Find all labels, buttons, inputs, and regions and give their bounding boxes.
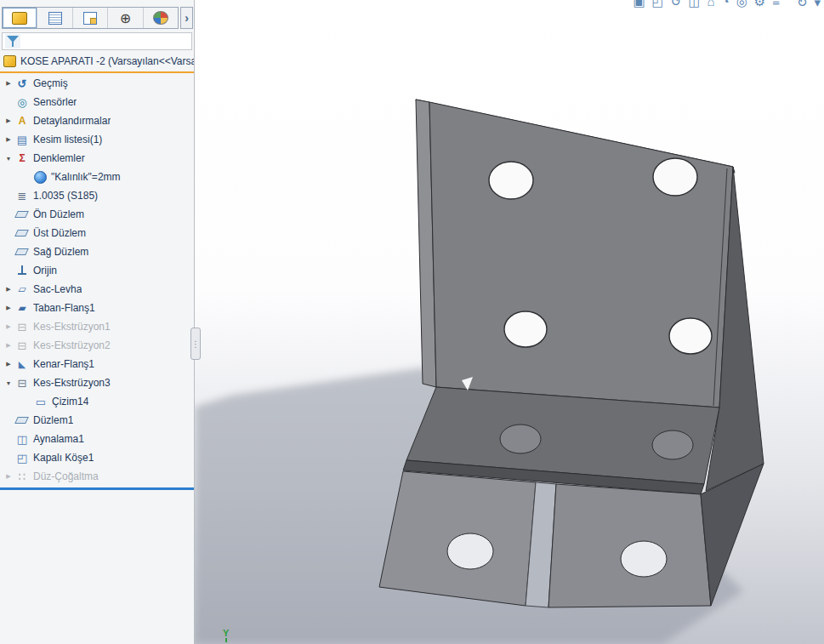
view-toolbar: ▣◰↺◫⌂◔◎⚙≡ [633,0,780,9]
closedcorner-icon [15,451,29,464]
sketch-icon [34,395,48,408]
tree-item-9[interactable]: Sağ Düzlem [0,242,194,261]
history-icon [15,77,29,90]
refresh-icon[interactable]: ↻ [797,0,808,10]
section-view-icon[interactable]: ◫ [688,0,700,9]
filter-bar [2,32,192,50]
tree-item-0[interactable]: ▶Geçmiş [0,74,194,93]
cutextrude-icon [15,320,29,333]
zoom-fit-icon[interactable]: ▣ [633,0,645,9]
tree-item-label: Ön Düzlem [33,208,84,220]
hole [652,430,693,459]
feature-manager-panel: KOSE APARATI -2 (Varsayılan<<Varsa ▶Geçm… [0,0,195,644]
view-settings-icon[interactable]: ≡ [772,0,780,9]
expand-arrow[interactable]: ▶ [2,305,15,311]
expand-arrow[interactable]: ▶ [2,117,15,124]
panel-splitter-handle[interactable] [190,328,201,360]
plane-icon [15,208,29,221]
expand-arrow[interactable]: ▶ [2,342,15,349]
sensors-icon [15,95,29,109]
expand-arrow[interactable]: ▼ [2,380,15,386]
tree-item-label: Sac-Levha [33,283,82,295]
hole [504,311,547,347]
display-style-icon[interactable]: ◔ [722,0,730,9]
part-name: KOSE APARATI -2 (Varsayılan<<Varsa [20,55,194,67]
tree-item-8[interactable]: Üst Düzlem [0,224,194,242]
tree-item-19[interactable]: Aynalama1 [0,430,194,448]
tree-item-4[interactable]: ▼Denklemler [0,149,194,168]
tree-item-label: Düz-Çoğaltma [33,470,99,482]
collapse-icon[interactable]: ▾ [814,0,821,10]
tree-item-label: Aynalama1 [33,433,84,445]
tree-item-20[interactable]: Kapalı Köşe1 [0,448,194,467]
tree-root-item[interactable]: KOSE APARATI -2 (Varsayılan<<Varsa [0,53,194,70]
tree-item-14[interactable]: ▶Kes-Ekstrüzyon2 [0,336,194,355]
expand-arrow[interactable]: ▶ [2,323,15,330]
tree-item-2[interactable]: ▶Detaylandırmalar [0,111,194,130]
tree-item-11[interactable]: ▶Sac-Levha [0,280,194,299]
tree-item-13[interactable]: ▶Kes-Ekstrüzyon1 [0,317,194,336]
tree-item-21[interactable]: ▶Düz-Çoğaltma [0,467,194,486]
tree-item-label: Kapalı Köşe1 [33,452,94,464]
edit-appearance-icon[interactable]: ⚙ [754,0,765,9]
tree-item-label: Kes-Ekstrüzyon3 [33,377,111,389]
plane-icon [15,245,29,259]
tree-item-15[interactable]: ▶Kenar-Flanş1 [0,355,194,373]
tree-item-label: 1.0035 (S185) [33,190,98,202]
expand-arrow[interactable]: ▼ [2,156,15,162]
annotations-icon [15,114,29,128]
featuremanager-tab-icon [12,12,27,25]
globe-icon [34,171,47,184]
expand-arrow[interactable]: ▶ [2,361,15,368]
tree-item-5[interactable]: "Kalınlık"=2mm [0,168,194,186]
expand-arrow[interactable]: ▶ [2,136,15,143]
propertymanager-tab[interactable] [37,8,72,28]
tree-item-12[interactable]: ▶Taban-Flanş1 [0,299,194,317]
expand-arrow[interactable]: ▶ [2,80,15,87]
tree-item-1[interactable]: Sensörler [0,93,194,111]
rollback-bar[interactable] [0,487,194,490]
hole [489,162,533,199]
edgeflange-icon [15,357,29,371]
tree-item-6[interactable]: 1.0035 (S185) [0,186,194,205]
tree-item-16[interactable]: ▼Kes-Ekstrüzyon3 [0,373,194,392]
previous-view-icon[interactable]: ↺ [671,0,682,9]
tree-item-label: Denklemler [33,152,85,164]
dimxpertmanager-tab[interactable] [108,8,143,28]
tree-item-label: Kes-Ekstrüzyon1 [33,321,111,333]
tree-item-3[interactable]: ▶Kesim listesi(1) [0,130,194,149]
graphics-area[interactable]: ▣◰↺◫⌂◔◎⚙≡ ↻▾ Y [195,0,824,644]
tree-filter-input[interactable] [23,33,191,49]
solidworks-window: KOSE APARATI -2 (Varsayılan<<Varsa ▶Geçm… [0,0,824,644]
tree-item-17[interactable]: Çizim14 [0,392,194,411]
baseflange-icon [15,301,29,315]
expand-arrow[interactable]: ▶ [2,286,15,293]
configurationmanager-tab[interactable] [73,8,108,28]
tree-item-10[interactable]: Orijin [0,261,194,280]
configurationmanager-tab-icon [83,12,97,25]
hole [500,425,541,453]
displaymanager-tab-icon [153,11,168,25]
part-icon [3,55,16,67]
panel-tabs [2,7,179,29]
tree-item-label: Kes-Ekstrüzyon2 [33,339,111,351]
tree-item-label: Düzlem1 [33,414,73,426]
hide-show-items-icon[interactable]: ◎ [736,0,747,9]
tree-header-divider [0,71,194,73]
expand-arrow[interactable]: ▶ [2,473,15,480]
expand-panel-chevron[interactable] [180,7,193,29]
displaymanager-tab[interactable] [144,8,178,28]
zoom-area-icon[interactable]: ◰ [652,0,664,9]
view-orientation-icon[interactable]: ⌂ [708,0,715,9]
cutlist-icon [15,133,29,146]
tree-item-7[interactable]: Ön Düzlem [0,205,194,224]
pattern-icon [15,470,29,483]
featuremanager-tab[interactable] [3,8,37,28]
origin-icon [15,264,29,277]
tree-item-18[interactable]: Düzlem1 [0,411,194,430]
tree-item-label: Sensörler [33,96,77,108]
tree-item-label: Geçmiş [33,77,68,89]
propertymanager-tab-icon [48,12,62,25]
tree-item-label: Sağ Düzlem [33,246,88,258]
tree-item-label: Üst Düzlem [33,227,86,239]
